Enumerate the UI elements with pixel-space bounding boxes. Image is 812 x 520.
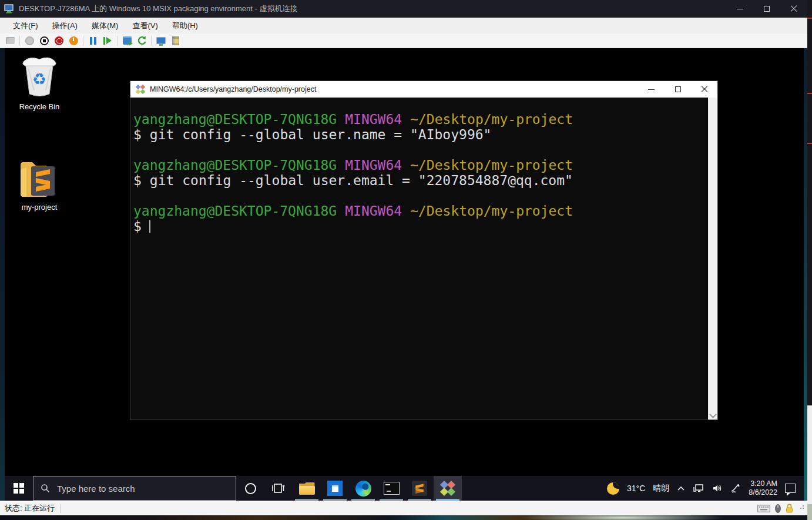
input-line[interactable]: $ bbox=[133, 219, 706, 234]
taskbar-item-edge[interactable] bbox=[349, 476, 377, 501]
toolbar-separator bbox=[151, 36, 152, 46]
ctrl-alt-del-button[interactable] bbox=[5, 35, 15, 46]
weather-temperature[interactable]: 31°C bbox=[627, 484, 645, 493]
taskbar-item-cmd[interactable] bbox=[377, 476, 405, 501]
task-view-icon bbox=[272, 482, 285, 494]
save-state-button[interactable] bbox=[68, 35, 79, 46]
sublime-folder-icon bbox=[11, 155, 68, 199]
status-separator bbox=[61, 504, 61, 513]
resize-grip[interactable] bbox=[798, 505, 804, 511]
terminal-output[interactable]: yangzhang@DESKTOP-7QNG18GMINGW64~/Deskto… bbox=[130, 98, 717, 420]
action-center-icon[interactable] bbox=[785, 484, 796, 493]
revert-button[interactable] bbox=[136, 35, 147, 46]
taskbar-item-msix-tool[interactable] bbox=[321, 476, 349, 501]
weather-moon-icon[interactable] bbox=[607, 482, 619, 495]
taskbar-item-git-bash[interactable] bbox=[434, 476, 462, 501]
mouse-status-icon bbox=[775, 504, 781, 513]
window-title: DESKTOP-J7286MA 上的 Windows 10 MSIX packa… bbox=[19, 4, 297, 14]
terminal-cursor bbox=[149, 220, 150, 233]
prompt-line: yangzhang@DESKTOP-7QNG18GMINGW64~/Deskto… bbox=[133, 112, 706, 127]
search-icon bbox=[41, 484, 50, 493]
terminal-title: MINGW64:/c/Users/yangzhang/Desktop/my-pr… bbox=[150, 85, 316, 93]
minimize-button[interactable] bbox=[726, 0, 753, 18]
prompt-env: MINGW64 bbox=[345, 157, 402, 173]
desktop-icon-my-project[interactable]: my-project bbox=[11, 155, 68, 212]
prompt-user-host: yangzhang@DESKTOP-7QNG18G bbox=[133, 203, 337, 219]
menu-item-view[interactable]: 查看(V) bbox=[125, 18, 165, 33]
menu-bar: 文件(F) 操作(A) 媒体(M) 查看(V) 帮助(H) bbox=[0, 18, 807, 33]
command-line: $git config --global user.name = "AIboy9… bbox=[133, 127, 706, 142]
edit-disk-button[interactable] bbox=[170, 35, 181, 46]
checkpoint-button[interactable] bbox=[122, 35, 132, 46]
recycle-bin-icon: ♻ bbox=[11, 54, 68, 99]
volume-icon[interactable] bbox=[712, 484, 723, 493]
menu-item-help[interactable]: 帮助(H) bbox=[165, 18, 205, 33]
system-tray: 31°C 晴朗 bbox=[607, 476, 804, 501]
search-box[interactable] bbox=[33, 476, 236, 501]
command-prompt-icon bbox=[384, 482, 400, 495]
start-vm-button[interactable] bbox=[24, 35, 35, 46]
taskbar-item-sublime[interactable] bbox=[405, 476, 434, 501]
prompt-path: ~/Desktop/my-project bbox=[410, 157, 573, 173]
desktop-icon-label: Recycle Bin bbox=[11, 102, 68, 111]
keyboard-status-icon bbox=[757, 505, 770, 512]
terminal-minimize-button[interactable] bbox=[638, 81, 665, 98]
turn-off-button[interactable] bbox=[39, 35, 49, 46]
sublime-text-icon bbox=[412, 481, 427, 496]
taskbar: 31°C 晴朗 bbox=[5, 476, 804, 501]
git-bash-icon bbox=[136, 85, 145, 94]
prompt-env: MINGW64 bbox=[345, 203, 402, 219]
terminal-maximize-button[interactable] bbox=[665, 81, 691, 98]
scrollbar-down-arrow-icon[interactable] bbox=[709, 411, 717, 418]
vm-status-bar: 状态: 正在运行 bbox=[0, 501, 807, 515]
prompt-symbol: $ bbox=[133, 219, 142, 234]
pen-icon[interactable] bbox=[730, 484, 741, 493]
prompt-line: yangzhang@DESKTOP-7QNG18GMINGW64~/Deskto… bbox=[133, 157, 706, 173]
host-title-bar[interactable]: DESKTOP-J7286MA 上的 Windows 10 MSIX packa… bbox=[0, 0, 807, 18]
menu-item-action[interactable]: 操作(A) bbox=[45, 18, 85, 33]
tray-date: 8/6/2022 bbox=[749, 488, 777, 497]
vm-connect-window: DESKTOP-J7286MA 上的 Windows 10 MSIX packa… bbox=[0, 0, 807, 515]
terminal-title-bar[interactable]: MINGW64:/c/Users/yangzhang/Desktop/my-pr… bbox=[130, 81, 717, 98]
pause-button[interactable] bbox=[88, 35, 98, 46]
reset-button[interactable] bbox=[102, 35, 113, 46]
taskbar-item-task-view[interactable] bbox=[264, 476, 293, 501]
tray-clock[interactable]: 3:20 AM 8/6/2022 bbox=[749, 479, 777, 497]
taskbar-item-cortana[interactable] bbox=[236, 476, 264, 501]
desktop-icon-recycle-bin[interactable]: ♻ Recycle Bin bbox=[11, 54, 68, 111]
session-monitor-button[interactable] bbox=[156, 35, 166, 46]
prompt-symbol: $ bbox=[133, 127, 142, 142]
svg-text:♻: ♻ bbox=[32, 70, 46, 88]
prompt-user-host: yangzhang@DESKTOP-7QNG18G bbox=[133, 112, 337, 127]
prompt-symbol: $ bbox=[133, 173, 142, 188]
msix-packaging-tool-icon bbox=[327, 481, 343, 496]
lock-status-icon bbox=[786, 504, 793, 513]
cortana-icon bbox=[245, 483, 256, 494]
tray-chevron-up-icon[interactable] bbox=[677, 485, 685, 491]
search-input[interactable] bbox=[57, 484, 204, 494]
screen: DESKTOP-J7286MA 上的 Windows 10 MSIX packa… bbox=[0, 0, 812, 520]
terminal-close-button[interactable] bbox=[691, 81, 717, 98]
terminal-scrollbar[interactable] bbox=[708, 98, 717, 420]
vm-status-text: 状态: 正在运行 bbox=[0, 503, 61, 514]
weather-condition[interactable]: 晴朗 bbox=[653, 483, 669, 494]
network-icon[interactable] bbox=[693, 484, 704, 493]
guest-desktop[interactable]: ♻ Recycle Bin bbox=[5, 48, 804, 501]
prompt-user-host: yangzhang@DESKTOP-7QNG18G bbox=[133, 157, 337, 173]
close-button[interactable] bbox=[780, 0, 807, 18]
taskbar-item-file-explorer[interactable] bbox=[293, 476, 321, 501]
menu-item-media[interactable]: 媒体(M) bbox=[85, 18, 126, 33]
terminal-window: MINGW64:/c/Users/yangzhang/Desktop/my-pr… bbox=[130, 81, 717, 420]
menu-item-file[interactable]: 文件(F) bbox=[6, 18, 45, 33]
tray-time: 3:20 AM bbox=[749, 479, 777, 488]
command-line: $git config --global user.email = "22078… bbox=[133, 173, 706, 188]
git-bash-icon bbox=[440, 481, 455, 496]
command-text: git config --global user.email = "220785… bbox=[150, 173, 573, 188]
start-button[interactable] bbox=[5, 476, 33, 501]
prompt-path: ~/Desktop/my-project bbox=[410, 112, 573, 127]
toolbar-separator bbox=[83, 36, 83, 46]
shut-down-button[interactable] bbox=[53, 35, 64, 46]
maximize-button[interactable] bbox=[753, 0, 780, 18]
prompt-env: MINGW64 bbox=[345, 112, 402, 127]
file-explorer-icon bbox=[299, 482, 315, 495]
